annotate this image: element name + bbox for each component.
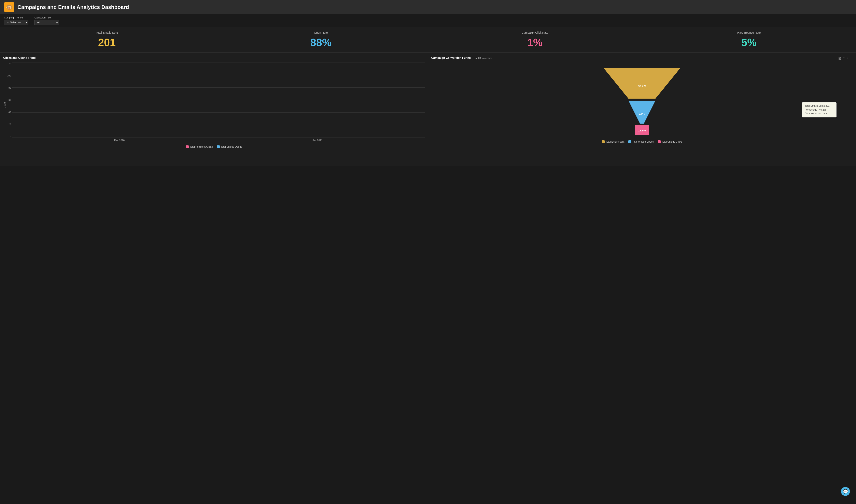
legend-clicks-label: Total Recipient Clicks — [190, 145, 213, 148]
funnel-header: Campaign Conversion Funnel Hard Bounce R… — [431, 56, 853, 60]
kpi-click-rate: Campaign Click Rate 1% — [428, 28, 642, 53]
funnel-tooltip: Total Emails Sent : 201 Percentage : 40.… — [802, 102, 837, 118]
tooltip-line1: Total Emails Sent : 201 — [805, 104, 834, 108]
funnel-chart-panel: Campaign Conversion Funnel Hard Bounce R… — [428, 53, 856, 166]
legend-opens-label: Total Unique Opens — [221, 145, 242, 148]
funnel-label-top: 40.2% — [638, 84, 646, 88]
funnel-legend-yellow-box — [602, 140, 605, 143]
legend-blue-box — [217, 145, 220, 148]
kpi-click-rate-value: 1% — [432, 36, 638, 49]
funnel-legend-opens-label: Total Unique Opens — [632, 140, 654, 143]
funnel-legend-unique-clicks: Total Unique Clicks — [658, 140, 682, 143]
y-tick-20: 20 — [8, 123, 11, 126]
legend-item-clicks: Total Recipient Clicks — [186, 145, 213, 148]
expand-icon[interactable]: ⤵ — [846, 56, 848, 60]
bar-chart-icon[interactable]: ▩ — [838, 56, 841, 60]
bar-chart-legend: Total Recipient Clicks Total Unique Open… — [3, 145, 425, 148]
chat-button[interactable]: 💬 — [841, 487, 850, 496]
kpi-bounce-rate-value: 5% — [646, 36, 852, 49]
campaign-period-filter: Campaign Period: --- Select --- Dec 2020… — [4, 16, 29, 25]
app-title: Campaigns and Emails Analytics Dashboard — [17, 4, 129, 10]
chat-icon: 💬 — [843, 489, 848, 494]
campaign-title-select[interactable]: All Campaign A Campaign B — [35, 20, 59, 25]
funnel-label-bottom: 18.8% — [638, 129, 646, 132]
funnel-legend-emails-label: Total Emails Sent — [606, 140, 624, 143]
mailchimp-icon: 🐵 — [6, 4, 13, 11]
filter-bar: Campaign Period: --- Select --- Dec 2020… — [0, 14, 856, 27]
bar-chart-title: Clicks and Opens Trend — [3, 56, 425, 59]
kpi-click-rate-label: Campaign Click Rate — [432, 31, 638, 34]
tooltip-line3: Click to see the data — [805, 112, 834, 115]
tooltip-line2: Percentage : 40.2% — [805, 108, 834, 112]
funnel-legend-clicks-label: Total Unique Clicks — [662, 140, 682, 143]
y-tick-120: 120 — [7, 62, 11, 65]
y-tick-100: 100 — [7, 74, 11, 77]
y-tick-60: 60 — [8, 99, 11, 101]
campaign-title-label: Campaign Title: — [35, 16, 59, 19]
y-tick-0: 0 — [10, 135, 11, 138]
funnel-toolbar: ▩ ⤴ ⤵ ⋮ — [838, 56, 853, 60]
funnel-subtitle: Hard Bounce Rate — [474, 57, 493, 59]
kpi-bounce-rate-label: Hard Bounce Rate — [646, 31, 852, 34]
funnel-legend-cyan-box — [628, 140, 631, 143]
app-logo: 🐵 — [4, 2, 14, 12]
legend-item-opens: Total Unique Opens — [217, 145, 242, 148]
campaign-title-filter: Campaign Title: All Campaign A Campaign … — [35, 16, 59, 25]
funnel-title: Campaign Conversion Funnel — [431, 56, 471, 59]
legend-pink-box — [186, 145, 189, 148]
kpi-bounce-rate: Hard Bounce Rate 5% — [642, 28, 856, 53]
funnel-segment-top[interactable] — [604, 68, 680, 99]
y-tick-80: 80 — [8, 87, 11, 89]
app-header: 🐵 Campaigns and Emails Analytics Dashboa… — [0, 0, 856, 14]
funnel-title-block: Campaign Conversion Funnel Hard Bounce R… — [431, 56, 493, 59]
kpi-open-rate-label: Open Rate — [218, 31, 424, 34]
charts-row: Clicks and Opens Trend Count 120 100 80 … — [0, 53, 856, 166]
kpi-open-rate-value: 88% — [218, 36, 424, 49]
campaign-period-select[interactable]: --- Select --- Dec 2020 Jan 2021 All — [4, 20, 29, 25]
kpi-row: Total Emails Sent 201 Open Rate 88% Camp… — [0, 27, 856, 53]
more-options-icon[interactable]: ⋮ — [850, 56, 853, 60]
y-tick-40: 40 — [8, 111, 11, 113]
funnel-svg: 40.2% 41% 18.8% — [593, 64, 691, 137]
y-axis-label: Count — [3, 62, 6, 143]
bar-chart-panel: Clicks and Opens Trend Count 120 100 80 … — [0, 53, 428, 166]
campaign-period-label: Campaign Period: — [4, 16, 29, 19]
funnel-segment-middle[interactable] — [628, 101, 656, 124]
funnel-svg-container: 40.2% 41% 18.8% Total Emails Sent : 201 … — [431, 62, 853, 139]
funnel-legend-unique-opens: Total Unique Opens — [628, 140, 654, 143]
x-label-jan2021: Jan 2021 — [313, 139, 322, 143]
kpi-total-emails-value: 201 — [4, 36, 210, 49]
funnel-legend-pink-box — [658, 140, 661, 143]
external-link-icon[interactable]: ⤴ — [843, 56, 845, 60]
kpi-open-rate: Open Rate 88% — [214, 28, 428, 53]
funnel-label-middle: 41% — [639, 112, 645, 115]
x-label-dec2020: Dec 2020 — [114, 139, 125, 143]
kpi-total-emails: Total Emails Sent 201 — [0, 28, 214, 53]
funnel-legend-emails-sent: Total Emails Sent — [602, 140, 624, 143]
funnel-legend: Total Emails Sent Total Unique Opens Tot… — [431, 140, 853, 143]
kpi-total-emails-label: Total Emails Sent — [4, 31, 210, 34]
